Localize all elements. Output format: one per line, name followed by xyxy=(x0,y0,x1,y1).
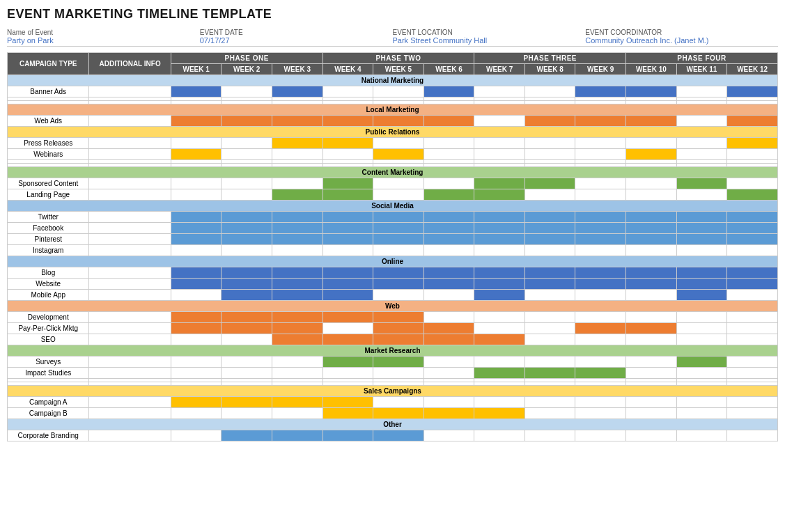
week-cell xyxy=(575,178,626,189)
week-cell xyxy=(575,116,626,127)
row-info xyxy=(89,223,171,234)
week-cell xyxy=(423,138,474,149)
week-cell xyxy=(474,116,525,127)
week-cell xyxy=(575,212,626,223)
week-cell xyxy=(272,223,323,234)
week-1-header: WEEK 1 xyxy=(171,64,221,75)
table-row: Twitter xyxy=(8,212,778,223)
week-cell xyxy=(322,138,373,149)
row-info xyxy=(89,189,171,201)
table-row: Campaign B xyxy=(8,408,778,419)
phase-two-header: PHASE TWO xyxy=(322,53,474,64)
week-cell xyxy=(221,267,272,279)
row-info xyxy=(89,267,171,279)
timeline-table: CAMPAIGN TYPE ADDITIONAL INFO PHASE ONE … xyxy=(7,52,778,441)
row-label: Pay-Per-Click Mktg xyxy=(8,323,89,334)
week-9-header: WEEK 9 xyxy=(575,64,626,75)
week-cell xyxy=(272,312,323,323)
row-label: Pinterest xyxy=(8,234,89,245)
phase-one-header: PHASE ONE xyxy=(171,53,322,64)
week-cell xyxy=(727,212,778,223)
week-cell xyxy=(626,334,677,345)
week-cell xyxy=(272,357,323,368)
week-cell xyxy=(676,234,727,245)
week-cell xyxy=(373,408,424,419)
event-coordinator-label: EVENT COORDINATOR xyxy=(585,29,778,36)
week-cell xyxy=(221,368,272,379)
table-header: CAMPAIGN TYPE ADDITIONAL INFO PHASE ONE … xyxy=(8,53,778,75)
week-cell xyxy=(272,86,323,97)
week-cell xyxy=(322,312,373,323)
week-cell xyxy=(322,323,373,334)
table-row: Development xyxy=(8,312,778,323)
week-cell xyxy=(575,357,626,368)
table-row: SEO xyxy=(8,334,778,345)
week-cell xyxy=(524,290,575,301)
week-cell xyxy=(727,116,778,127)
row-info xyxy=(89,408,171,419)
category-label: Public Relations xyxy=(8,127,778,138)
week-cell xyxy=(524,189,575,201)
week-cell xyxy=(423,116,474,127)
week-cell xyxy=(373,223,424,234)
week-cell xyxy=(575,223,626,234)
row-label: Impact Studies xyxy=(8,368,89,379)
week-cell xyxy=(676,189,727,201)
row-label: Website xyxy=(8,279,89,290)
week-cell xyxy=(524,178,575,189)
row-label: Mobile App xyxy=(8,290,89,301)
row-label: Twitter xyxy=(8,212,89,223)
week-cell xyxy=(171,189,221,201)
week-cell xyxy=(272,212,323,223)
category-row: Social Media xyxy=(8,201,778,212)
week-cell xyxy=(373,149,424,160)
week-cell xyxy=(423,290,474,301)
row-label: Campaign B xyxy=(8,408,89,419)
week-cell xyxy=(626,267,677,279)
week-cell xyxy=(727,397,778,408)
week-cell xyxy=(171,334,221,345)
week-cell xyxy=(423,267,474,279)
week-cell xyxy=(626,116,677,127)
week-cell xyxy=(626,149,677,160)
week-4-header: WEEK 4 xyxy=(322,64,373,75)
week-cell xyxy=(524,245,575,256)
week-cell xyxy=(524,212,575,223)
row-label: SEO xyxy=(8,334,89,345)
week-cell xyxy=(221,357,272,368)
week-cell xyxy=(221,116,272,127)
week-cell xyxy=(676,86,727,97)
week-cell xyxy=(676,357,727,368)
week-6-header: WEEK 6 xyxy=(423,64,474,75)
week-cell xyxy=(373,312,424,323)
week-cell xyxy=(423,334,474,345)
category-row: Content Marketing xyxy=(8,167,778,178)
week-cell xyxy=(272,234,323,245)
week-cell xyxy=(221,323,272,334)
week-cell xyxy=(373,267,424,279)
week-cell xyxy=(575,408,626,419)
category-row: Market Research xyxy=(8,345,778,357)
week-cell xyxy=(474,86,525,97)
week-cell xyxy=(272,149,323,160)
week-cell xyxy=(373,279,424,290)
week-cell xyxy=(524,323,575,334)
table-row: Web Ads xyxy=(8,116,778,127)
week-cell xyxy=(322,149,373,160)
week-cell xyxy=(575,234,626,245)
week-cell xyxy=(373,357,424,368)
week-cell xyxy=(727,357,778,368)
week-cell xyxy=(322,267,373,279)
week-cell xyxy=(322,86,373,97)
week-cell xyxy=(575,149,626,160)
week-cell xyxy=(474,223,525,234)
week-cell xyxy=(575,430,626,441)
category-label: Content Marketing xyxy=(8,167,778,178)
week-11-header: WEEK 11 xyxy=(676,64,727,75)
week-cell xyxy=(727,323,778,334)
week-cell xyxy=(221,189,272,201)
table-row: Webinars xyxy=(8,149,778,160)
week-cell xyxy=(423,212,474,223)
week-cell xyxy=(524,357,575,368)
week-cell xyxy=(474,323,525,334)
